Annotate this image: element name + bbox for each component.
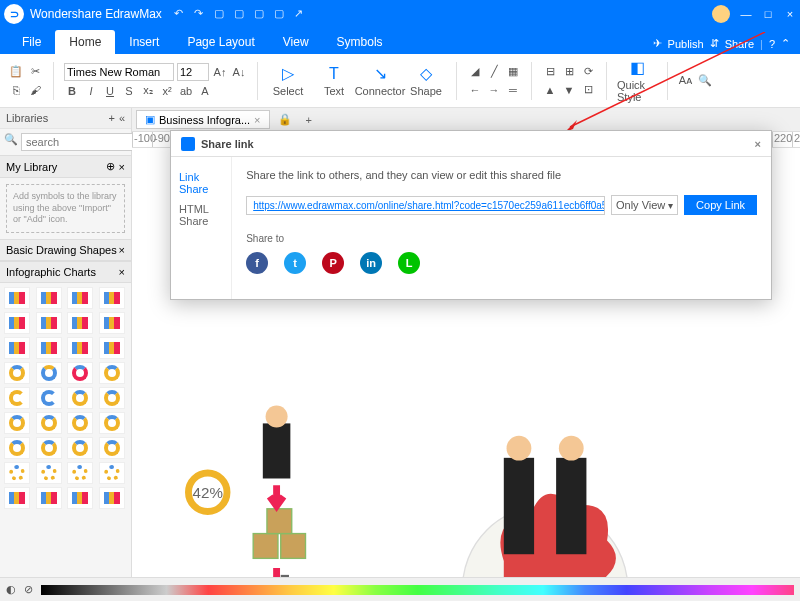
- shape-thumb[interactable]: [4, 462, 30, 484]
- shape-thumb[interactable]: [67, 412, 93, 434]
- redo-icon[interactable]: ↷: [194, 7, 208, 21]
- export-icon[interactable]: ↗: [294, 7, 308, 21]
- connector-tool[interactable]: ↘Connector: [360, 59, 400, 103]
- arrow-begin-icon[interactable]: ←: [467, 82, 483, 98]
- lock-tab-icon[interactable]: 🔒: [272, 111, 298, 128]
- color-palette[interactable]: [41, 585, 794, 595]
- close-tab-icon[interactable]: ×: [254, 114, 260, 126]
- section-close-icon[interactable]: ×: [119, 266, 125, 278]
- bring-front-icon[interactable]: ▲: [542, 82, 558, 98]
- link-share-tab[interactable]: Link Share: [179, 167, 223, 199]
- shape-thumb[interactable]: [99, 312, 125, 334]
- strike-icon[interactable]: S: [121, 83, 137, 99]
- help-icon[interactable]: ?: [769, 38, 775, 50]
- shape-thumb[interactable]: [67, 312, 93, 334]
- shape-thumb[interactable]: [36, 287, 62, 309]
- distribute-icon[interactable]: ⊡: [580, 82, 596, 98]
- superscript-icon[interactable]: x²: [159, 83, 175, 99]
- shape-thumb[interactable]: [99, 362, 125, 384]
- permission-select[interactable]: Only View ▾: [611, 195, 678, 215]
- tab-file[interactable]: File: [8, 30, 55, 54]
- shape-thumb[interactable]: [99, 462, 125, 484]
- shape-thumb[interactable]: [36, 312, 62, 334]
- shape-thumb[interactable]: [36, 437, 62, 459]
- shape-thumb[interactable]: [36, 487, 62, 509]
- shape-thumb[interactable]: [99, 287, 125, 309]
- line-style-icon[interactable]: ═: [505, 82, 521, 98]
- basic-shapes-section[interactable]: Basic Drawing Shapes: [6, 244, 117, 256]
- copy-link-button[interactable]: Copy Link: [684, 195, 757, 215]
- bold-icon[interactable]: B: [64, 83, 80, 99]
- cut-icon[interactable]: ✂: [27, 64, 43, 80]
- shape-thumb[interactable]: [67, 362, 93, 384]
- library-collapse-icon[interactable]: «: [119, 112, 125, 124]
- underline-icon[interactable]: U: [102, 83, 118, 99]
- shape-thumb[interactable]: [4, 337, 30, 359]
- format-painter-icon[interactable]: 🖌: [27, 82, 43, 98]
- font-family-select[interactable]: [64, 63, 174, 81]
- shape-thumb[interactable]: [4, 312, 30, 334]
- collapse-ribbon-icon[interactable]: ⌃: [781, 37, 790, 50]
- minimize-icon[interactable]: —: [740, 8, 752, 20]
- shape-thumb[interactable]: [67, 437, 93, 459]
- copy-icon[interactable]: ⎘: [8, 82, 24, 98]
- publish-button[interactable]: Publish: [668, 38, 704, 50]
- subscript-icon[interactable]: x₂: [140, 83, 156, 99]
- facebook-icon[interactable]: f: [246, 252, 268, 274]
- align-icon[interactable]: ⊟: [542, 64, 558, 80]
- shape-thumb[interactable]: [99, 387, 125, 409]
- tab-home[interactable]: Home: [55, 30, 115, 54]
- font-size-select[interactable]: [177, 63, 209, 81]
- undo-icon[interactable]: ↶: [174, 7, 188, 21]
- shape-thumb[interactable]: [67, 287, 93, 309]
- tab-view[interactable]: View: [269, 30, 323, 54]
- eyedropper-icon[interactable]: ◐: [6, 583, 16, 596]
- shape-thumb[interactable]: [4, 362, 30, 384]
- shape-thumb[interactable]: [99, 437, 125, 459]
- shape-thumb[interactable]: [36, 387, 62, 409]
- shape-thumb[interactable]: [4, 387, 30, 409]
- font-color-icon[interactable]: A: [197, 83, 213, 99]
- library-add-icon[interactable]: +: [108, 112, 114, 124]
- user-avatar[interactable]: [712, 5, 730, 23]
- shape-thumb[interactable]: [36, 337, 62, 359]
- linkedin-icon[interactable]: in: [360, 252, 382, 274]
- new-icon[interactable]: ▢: [214, 7, 228, 21]
- share-button[interactable]: Share: [725, 38, 754, 50]
- line-icon[interactable]: ╱: [486, 64, 502, 80]
- italic-icon[interactable]: I: [83, 83, 99, 99]
- section-close-icon[interactable]: ×: [119, 244, 125, 256]
- send-back-icon[interactable]: ▼: [561, 82, 577, 98]
- html-share-tab[interactable]: HTML Share: [179, 199, 223, 231]
- shape-thumb[interactable]: [99, 487, 125, 509]
- infographic-charts-section[interactable]: Infographic Charts: [6, 266, 96, 278]
- select-tool[interactable]: ▷Select: [268, 59, 308, 103]
- group-icon[interactable]: ⊞: [561, 64, 577, 80]
- save-icon[interactable]: ▢: [254, 7, 268, 21]
- tab-page-layout[interactable]: Page Layout: [173, 30, 268, 54]
- share-url-field[interactable]: https://www.edrawmax.com/online/share.ht…: [246, 196, 605, 215]
- rotate-icon[interactable]: ⟳: [580, 64, 596, 80]
- shape-thumb[interactable]: [99, 337, 125, 359]
- import-icon[interactable]: ⊕: [106, 160, 115, 173]
- quick-style[interactable]: ◧Quick Style: [617, 59, 657, 103]
- shape-thumb[interactable]: [4, 437, 30, 459]
- pinterest-icon[interactable]: P: [322, 252, 344, 274]
- shape-thumb[interactable]: [67, 462, 93, 484]
- open-icon[interactable]: ▢: [234, 7, 248, 21]
- twitter-icon[interactable]: t: [284, 252, 306, 274]
- shape-thumb[interactable]: [67, 387, 93, 409]
- no-color-icon[interactable]: ⊘: [24, 583, 33, 596]
- new-tab-icon[interactable]: +: [300, 112, 318, 128]
- tab-symbols[interactable]: Symbols: [323, 30, 397, 54]
- font-preset-icon[interactable]: Aᴀ: [678, 73, 694, 89]
- fill-icon[interactable]: ◢: [467, 64, 483, 80]
- line-icon[interactable]: L: [398, 252, 420, 274]
- shape-thumb[interactable]: [99, 412, 125, 434]
- shape-thumb[interactable]: [4, 287, 30, 309]
- arrow-end-icon[interactable]: →: [486, 82, 502, 98]
- shape-tool[interactable]: ◇Shape: [406, 59, 446, 103]
- shape-thumb[interactable]: [36, 362, 62, 384]
- shape-thumb[interactable]: [4, 412, 30, 434]
- text-tool[interactable]: TText: [314, 59, 354, 103]
